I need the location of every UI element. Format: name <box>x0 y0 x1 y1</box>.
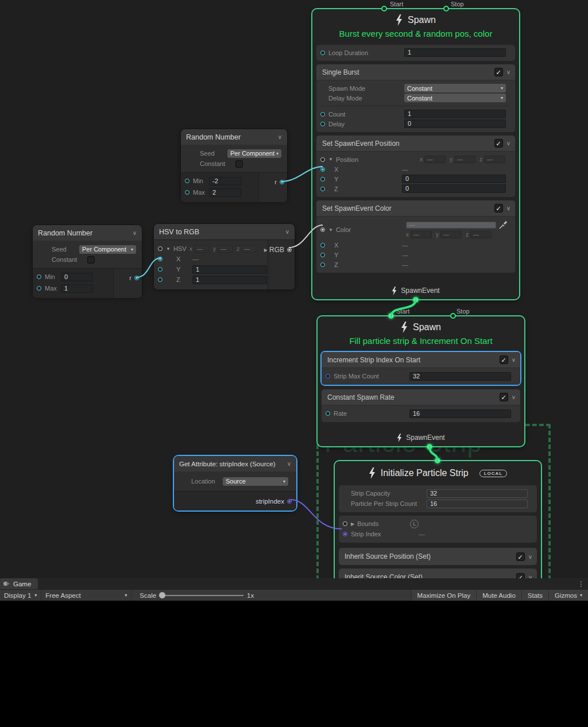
count-field[interactable]: 1 <box>404 110 506 118</box>
chevron-down-icon[interactable]: ∨ <box>133 230 137 236</box>
node-get-attribute-stripindex[interactable]: Get Attribute: stripIndex (Source) ∨ Loc… <box>174 456 296 511</box>
expander-right-icon[interactable]: ▶ <box>351 521 354 527</box>
node-header[interactable]: Random Number ∨ <box>33 225 142 241</box>
chevron-down-icon[interactable]: ∨ <box>512 394 516 400</box>
hsv-y-field[interactable]: 1 <box>192 265 267 274</box>
display-dropdown[interactable]: Display 1▾ <box>0 590 41 601</box>
strip-max-count-field[interactable]: 32 <box>409 372 511 381</box>
chevron-down-icon[interactable]: ∨ <box>506 140 510 146</box>
position-x-mini[interactable]: — <box>424 156 446 163</box>
expander-down-icon[interactable]: ▼ <box>328 157 333 162</box>
min-field[interactable]: -2 <box>209 177 241 185</box>
port-hsv-x[interactable] <box>158 257 163 261</box>
chevron-down-icon[interactable]: ∨ <box>528 574 532 579</box>
port-count[interactable] <box>320 112 325 117</box>
port-position[interactable] <box>320 157 325 162</box>
constant-spawn-rate-header[interactable]: Constant Spawn Rate ✓ ∨ <box>322 389 520 405</box>
port-rate[interactable] <box>326 411 330 416</box>
port-position-x[interactable] <box>320 167 325 172</box>
color-z-mini[interactable]: — <box>470 231 492 238</box>
port-max[interactable] <box>37 286 41 291</box>
port-bounds[interactable] <box>343 521 347 526</box>
delay-field[interactable]: 0 <box>404 119 506 128</box>
scale-slider-knob[interactable] <box>159 592 165 598</box>
maximize-on-play-button[interactable]: Maximize On Play <box>411 590 477 601</box>
chevron-down-icon[interactable]: ∨ <box>506 205 510 211</box>
checkbox-checked-icon[interactable]: ✓ <box>494 204 503 212</box>
spawn-mode-dropdown[interactable]: Constant▾ <box>404 84 506 92</box>
increment-strip-header[interactable]: Increment Strip Index On Start ✓ ∨ <box>322 352 520 368</box>
delay-mode-dropdown[interactable]: Constant▾ <box>404 94 506 102</box>
inherit-color-header[interactable]: Inherit Source Color (Set) ✓ ∨ <box>339 569 537 578</box>
flow-output-spawnevent[interactable] <box>413 297 419 303</box>
checkbox-unchecked-icon[interactable] <box>235 160 243 168</box>
port-color-x[interactable] <box>320 243 325 248</box>
node-header[interactable]: HSV to RGB ∨ <box>154 224 295 239</box>
node-title-bar[interactable]: Initialize Particle Strip LOCAL <box>335 465 541 482</box>
checkbox-checked-icon[interactable]: ✓ <box>500 355 508 364</box>
node-spawn-strip[interactable]: Spawn Fill particle strip & Increment On… <box>318 316 524 446</box>
inherit-position-header[interactable]: Inherit Source Position (Set) ✓ ∨ <box>339 548 537 565</box>
checkbox-unchecked-icon[interactable] <box>87 256 95 264</box>
flow-input-stop[interactable] <box>443 6 449 11</box>
node-spawn-burst[interactable]: Spawn Burst every second & random pos, c… <box>312 9 519 299</box>
max-field[interactable]: 2 <box>209 188 241 197</box>
strip-capacity-field[interactable]: 32 <box>427 489 528 498</box>
set-position-header[interactable]: Set SpawnEvent Position ✓ ∨ <box>316 136 515 151</box>
port-max[interactable] <box>185 190 189 195</box>
chevron-down-icon[interactable]: ∨ <box>528 554 532 560</box>
expander-down-icon[interactable]: ▼ <box>166 246 171 252</box>
port-output-stripindex[interactable] <box>287 499 292 504</box>
port-color-y[interactable] <box>320 253 325 257</box>
local-bounds-icon[interactable]: L <box>410 520 419 528</box>
chevron-down-icon[interactable]: ∨ <box>512 357 516 363</box>
port-min[interactable] <box>37 274 41 279</box>
port-position-y[interactable] <box>320 177 325 181</box>
flow-input-start[interactable] <box>388 313 394 319</box>
node-title-bar[interactable]: Spawn <box>318 319 524 336</box>
checkbox-checked-icon[interactable]: ✓ <box>494 68 503 76</box>
chevron-down-icon[interactable]: ∨ <box>278 134 282 140</box>
port-strip-index[interactable] <box>343 532 347 536</box>
mute-audio-button[interactable]: Mute Audio <box>476 590 521 601</box>
rate-field[interactable]: 16 <box>409 409 511 418</box>
expander-down-icon[interactable]: ▼ <box>328 227 333 233</box>
node-title-bar[interactable]: Spawn <box>312 11 519 29</box>
seed-dropdown[interactable]: Per Component▾ <box>79 245 136 254</box>
single-burst-header[interactable]: Single Burst ✓ ∨ <box>316 64 515 80</box>
flow-input-start[interactable] <box>381 6 387 11</box>
port-delay[interactable] <box>320 122 325 126</box>
port-color[interactable] <box>320 227 325 232</box>
checkbox-checked-icon[interactable]: ✓ <box>500 393 508 401</box>
position-y-field[interactable]: 0 <box>402 175 506 183</box>
port-min[interactable] <box>185 179 189 183</box>
gizmos-dropdown[interactable]: Gizmos▾ <box>548 590 588 601</box>
tab-game[interactable]: Game <box>0 578 38 589</box>
loop-duration-field[interactable]: 1 <box>404 48 506 57</box>
local-space-badge[interactable]: LOCAL <box>479 470 508 477</box>
position-z-mini[interactable]: — <box>484 156 505 163</box>
chevron-down-icon[interactable]: ∨ <box>285 229 289 235</box>
port-hsv[interactable] <box>158 246 163 251</box>
port-hsv-y[interactable] <box>158 267 163 272</box>
checkbox-checked-icon[interactable]: ✓ <box>494 139 503 148</box>
flow-output-spawnevent[interactable] <box>427 444 432 450</box>
position-y-mini[interactable]: — <box>454 156 475 163</box>
port-loop-duration[interactable] <box>320 51 325 55</box>
set-color-header[interactable]: Set SpawnEvent Color ✓ ∨ <box>316 200 515 216</box>
node-header[interactable]: Get Attribute: stripIndex (Source) ∨ <box>174 456 296 471</box>
min-field[interactable]: 0 <box>61 273 93 281</box>
chevron-down-icon[interactable]: ∨ <box>506 69 510 75</box>
location-dropdown[interactable]: Source▾ <box>223 477 288 486</box>
node-header[interactable]: Random Number ∨ <box>181 129 287 145</box>
vfx-graph-canvas[interactable]: Particle Strip Start Stop Spawn Burst ev… <box>0 0 588 578</box>
aspect-ratio-dropdown[interactable]: Free Aspect▾ <box>41 590 131 601</box>
port-color-z[interactable] <box>320 262 325 267</box>
checkbox-checked-icon[interactable]: ✓ <box>516 573 525 579</box>
node-random-number-2[interactable]: Random Number ∨ Seed Per Component▾ Cons… <box>33 225 142 296</box>
seed-dropdown[interactable]: Per Component▾ <box>227 149 281 158</box>
particle-per-strip-count-field[interactable]: 16 <box>427 500 528 508</box>
port-position-z[interactable] <box>320 187 325 191</box>
port-output-r[interactable] <box>134 276 139 280</box>
node-initialize-particle-strip[interactable]: Initialize Particle Strip LOCAL Strip Ca… <box>335 461 541 578</box>
